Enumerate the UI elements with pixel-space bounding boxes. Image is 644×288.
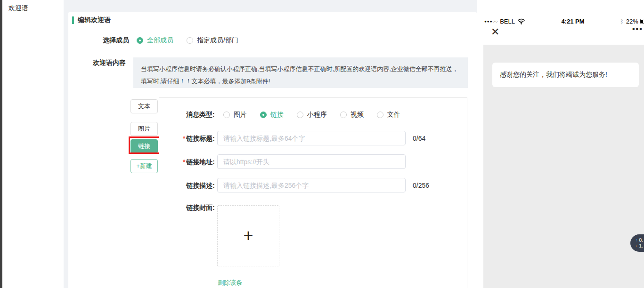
sidebar-item-welcome-message[interactable]: 欢迎语 [2, 0, 64, 13]
upload-speed-value: 0. [639, 238, 643, 243]
link-description-input[interactable] [217, 178, 406, 192]
more-menu-icon[interactable]: ••• [632, 25, 643, 33]
radio-specified-members[interactable] [187, 37, 193, 44]
new-attachment-button[interactable]: +新建 [130, 159, 158, 173]
link-cover-label: 链接封面: [159, 204, 215, 212]
radio-type-link[interactable] [260, 112, 267, 118]
link-url-input[interactable] [217, 154, 406, 169]
carrier-block: ●●●○○ BELL [484, 18, 525, 25]
editor-card: 编辑欢迎语 选择成员 全部成员 指定成员/部门 欢迎语内容 当填写小程序信息时请… [68, 12, 477, 288]
upload-speed-row: ↑ 0. [636, 238, 644, 243]
tab-image[interactable]: 图片 [130, 122, 158, 136]
battery-icon [640, 19, 644, 24]
required-asterisk: * [183, 158, 185, 166]
left-sidebar: 欢迎语 [2, 0, 64, 288]
radio-type-miniprogram-label[interactable]: 小程序 [307, 111, 327, 119]
message-type-row: 消息类型: 图片 链接 小程序 视频 文件 [186, 111, 400, 119]
page-title: 编辑欢迎语 [78, 16, 111, 24]
required-asterisk: * [183, 135, 185, 142]
section-title: 编辑欢迎语 [72, 16, 111, 24]
battery-percent: 22% [626, 18, 638, 25]
radio-type-miniprogram[interactable] [297, 112, 303, 118]
tab-link[interactable]: 链接 [130, 139, 158, 153]
title-accent-bar-icon [72, 16, 74, 24]
link-form-panel: 消息类型: 图片 链接 小程序 视频 文件 *链接标题: 0/64 *链接地址: [159, 97, 467, 288]
radio-all-members[interactable] [137, 37, 143, 44]
status-time: 4:21 PM [554, 18, 592, 25]
member-select-label: 选择成员 [103, 36, 129, 45]
radio-specified-members-label[interactable]: 指定成员/部门 [197, 36, 238, 45]
message-type-label: 消息类型: [186, 111, 215, 119]
upload-arrow-icon: ↑ [636, 238, 638, 242]
radio-type-video-label[interactable]: 视频 [351, 111, 364, 119]
delete-entry-link[interactable]: 删除该条 [218, 279, 242, 287]
download-arrow-icon: ↓ [636, 244, 638, 248]
notice-line-1: 当填写小程序信息时请务必确认小程序正确,当填写小程序信息不正确时,所配置的欢迎语… [141, 63, 460, 75]
link-url-label: *链接地址: [159, 158, 215, 167]
phone-status-bar: ●●●○○ BELL 4:21 PM ᛒ 22% [483, 17, 644, 26]
carrier-name: BELL [500, 18, 515, 25]
network-speed-widget[interactable]: ↑ 0. ↓ 1. [630, 234, 644, 252]
tab-text[interactable]: 文本 [130, 99, 158, 113]
radio-type-file-label[interactable]: 文件 [387, 111, 400, 119]
member-select-row: 选择成员 全部成员 指定成员/部门 [103, 36, 238, 45]
bluetooth-icon: ᛒ [620, 18, 624, 25]
radio-type-image[interactable] [223, 112, 230, 118]
welcome-message-bubble: 感谢您的关注，我们将竭诚为您服务! [492, 63, 639, 87]
download-speed-value: 1. [639, 244, 643, 248]
link-description-counter: 0/256 [413, 182, 429, 189]
plus-icon: + [243, 227, 253, 244]
phone-preview-panel: ●●●○○ BELL 4:21 PM ᛒ 22% ✕ ••• 感谢您的关注，我们… [477, 0, 644, 288]
radio-type-file[interactable] [377, 112, 383, 118]
notice-box: 当填写小程序信息时请务必确认小程序正确,当填写小程序信息不正确时,所配置的欢迎语… [133, 57, 468, 88]
radio-all-members-label[interactable]: 全部成员 [147, 36, 173, 45]
radio-type-video[interactable] [340, 112, 347, 118]
status-right-block: ᛒ 22% [620, 18, 644, 25]
wifi-icon [517, 18, 525, 24]
chat-preview-area: 感谢您的关注，我们将竭诚为您服务! [483, 45, 644, 288]
link-title-input[interactable] [217, 131, 406, 145]
page-background: 编辑欢迎语 选择成员 全部成员 指定成员/部门 欢迎语内容 当填写小程序信息时请… [64, 0, 477, 288]
radio-type-image-label[interactable]: 图片 [234, 111, 247, 119]
link-title-label: *链接标题: [159, 135, 215, 143]
link-title-counter: 0/64 [413, 135, 425, 142]
close-icon[interactable]: ✕ [491, 27, 499, 37]
link-description-label: 链接描述: [159, 182, 215, 190]
cover-upload-box[interactable]: + [217, 205, 279, 266]
signal-dots-icon: ●●●○○ [484, 19, 498, 24]
download-speed-row: ↓ 1. [636, 244, 644, 248]
notice-line-2: 填写时,请仔细！！文本必填，最多添加9条附件! [141, 75, 460, 88]
radio-type-link-label[interactable]: 链接 [270, 111, 284, 119]
welcome-content-label: 欢迎语内容 [93, 59, 126, 67]
